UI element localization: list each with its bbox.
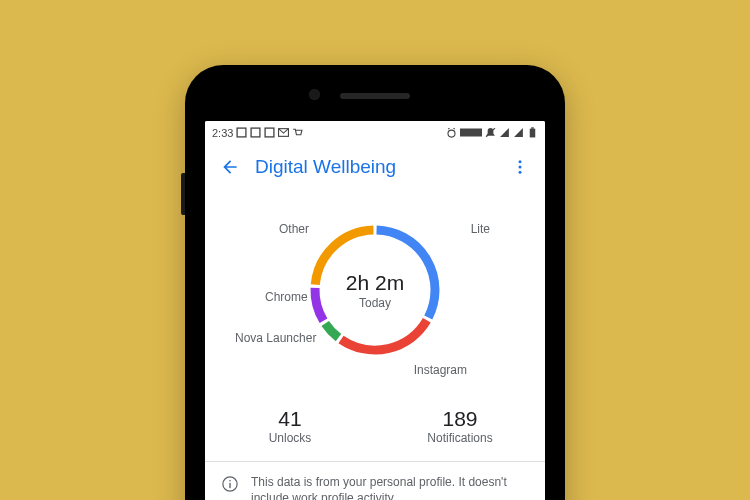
notifications-label: Notifications <box>375 431 545 445</box>
donut-center: 2h 2m Today <box>321 236 429 344</box>
stat-notifications[interactable]: 189 Notifications <box>375 407 545 445</box>
signal-icon <box>499 127 510 138</box>
cart-icon <box>292 127 303 138</box>
alarm-icon <box>446 127 457 138</box>
status-bar-right <box>446 127 538 138</box>
dnd-icon <box>485 127 496 138</box>
speaker-grille <box>340 93 410 99</box>
svg-rect-7 <box>530 129 536 138</box>
app-bar: Digital Wellbeing <box>205 144 545 190</box>
total-time: 2h 2m <box>346 271 404 295</box>
screen: 2:33 <box>205 121 545 500</box>
info-banner: This data is from your personal profile.… <box>205 462 545 500</box>
arrow-left-icon <box>220 157 240 177</box>
svg-rect-13 <box>229 483 230 488</box>
volte-icon <box>460 127 482 138</box>
phone-inner: 2:33 <box>191 71 559 500</box>
info-icon <box>221 475 239 493</box>
svg-point-9 <box>519 160 522 163</box>
page-title: Digital Wellbeing <box>255 156 505 178</box>
segment-label-instagram: Instagram <box>414 363 467 377</box>
segment-label-other: Other <box>279 222 309 236</box>
stats-row: 41 Unlocks 189 Notifications <box>205 401 545 461</box>
stat-unlocks[interactable]: 41 Unlocks <box>205 407 375 445</box>
svg-rect-8 <box>531 127 534 128</box>
front-camera <box>309 89 320 100</box>
segment-label-nova: Nova Launcher <box>235 331 316 345</box>
svg-rect-1 <box>252 128 261 137</box>
svg-point-10 <box>519 166 522 169</box>
notif-icon <box>236 127 247 138</box>
signal-icon <box>513 127 524 138</box>
status-bar-left: 2:33 <box>212 127 303 139</box>
status-time: 2:33 <box>212 127 233 139</box>
overflow-menu-button[interactable] <box>505 152 535 182</box>
segment-label-chrome: Chrome <box>265 290 308 304</box>
usage-chart[interactable]: 2h 2m Today Lite Instagram Nova Launcher… <box>205 196 545 401</box>
svg-rect-0 <box>238 128 247 137</box>
status-bar: 2:33 <box>205 121 545 144</box>
content: 2h 2m Today Lite Instagram Nova Launcher… <box>205 190 545 500</box>
phone-frame: 2:33 <box>185 65 565 500</box>
segment-label-lite: Lite <box>471 222 490 236</box>
more-vert-icon <box>511 158 529 176</box>
mail-icon <box>278 127 289 138</box>
volume-button <box>181 173 185 215</box>
unlocks-value: 41 <box>205 407 375 431</box>
today-label: Today <box>359 296 391 310</box>
svg-rect-5 <box>460 129 482 137</box>
unlocks-label: Unlocks <box>205 431 375 445</box>
svg-point-14 <box>229 480 231 482</box>
battery-icon <box>527 127 538 138</box>
svg-point-11 <box>519 171 522 174</box>
notif-icon <box>264 127 275 138</box>
notifications-value: 189 <box>375 407 545 431</box>
svg-point-4 <box>448 130 455 137</box>
svg-rect-2 <box>266 128 275 137</box>
notif-icon <box>250 127 261 138</box>
info-text: This data is from your personal profile.… <box>251 474 529 500</box>
back-button[interactable] <box>215 152 245 182</box>
